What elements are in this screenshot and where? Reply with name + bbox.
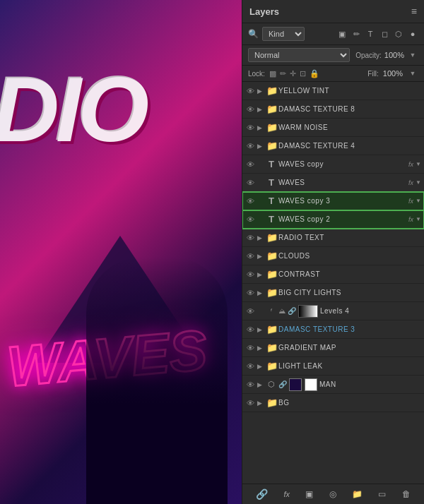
layers-list[interactable]: 👁 ▶ 📁 YELLOW TINT 👁 ▶ 📁 DAMASC TEXTURE 8… [242,82,424,484]
layer-row[interactable]: 👁 ▶ 📁 CLOUDS [242,247,424,265]
layer-row[interactable]: 👁 ▶ 📁 BG [242,394,424,412]
adjustment-icon[interactable]: ◎ [329,489,336,499]
layer-row-man[interactable]: 👁 ▶ ⬡ 🔗 MAN [242,376,424,394]
lock-transparent-icon[interactable]: ▩ [269,69,276,78]
fx-badge: fx [408,179,413,186]
blend-opacity-row: Normal Opacity: 100% ▼ [242,45,424,66]
visibility-icon[interactable]: 👁 [245,252,255,260]
fx-icon[interactable]: fx [284,490,290,498]
expand-arrow[interactable]: ▶ [257,234,264,241]
visibility-icon[interactable]: 👁 [245,234,255,242]
layer-row[interactable]: 👁 ▶ 📁 DAMASC TEXTURE 4 [242,137,424,155]
layer-row[interactable]: 👁 ▶ 📁 YELLOW TINT [242,82,424,100]
canvas-area: DIO WAVES [0,0,242,504]
folder-icon: 📁 [266,232,276,243]
lock-all-icon[interactable]: 🔒 [310,69,319,78]
expand-arrow[interactable]: ▶ [257,344,264,352]
visibility-icon[interactable]: 👁 [245,142,255,150]
expand-arrow[interactable]: ▶ [257,106,264,113]
layer-name: WAVES [278,179,406,186]
toolbar-icons: ▣ ✏ T ◻ ⬡ ● [336,28,418,40]
lock-pixels-icon[interactable]: ✏ [280,69,286,78]
new-group-icon[interactable]: 📁 [352,489,363,499]
layer-row[interactable]: 👁 ▶ 📁 DAMASC TEXTURE 3 [242,320,424,339]
blend-mode-dropdown[interactable]: Normal [248,48,350,62]
layer-name: DAMASC TEXTURE 8 [278,105,421,113]
expand-arrow: ▶ [257,179,264,186]
panel-menu-icon[interactable]: ≡ [411,6,417,17]
folder-icon: 📁 [266,269,276,280]
folder-icon: 📁 [266,251,276,261]
fill-chevron[interactable]: ▼ [407,68,418,79]
expand-arrow[interactable]: ▶ [257,124,264,131]
layer-name: LIGHT LEAK [278,362,421,370]
layer-row-levels-4[interactable]: 👁 ▶ ᶠ ⛰ 🔗 Levels 4 [242,302,424,320]
fx-chevron[interactable]: ▼ [416,161,421,167]
fill-layer-icon[interactable]: ▣ [305,489,313,499]
layer-row[interactable]: 👁 ▶ 📁 CONTRAST [242,265,424,284]
visibility-icon[interactable]: 👁 [245,197,255,205]
text-layer-icon: T [266,196,276,206]
delete-icon[interactable]: 🗑 [402,489,411,499]
lock-position-icon[interactable]: ✛ [290,69,296,78]
layer-row[interactable]: 👁 ▶ 📁 WARM NOISE [242,119,424,137]
new-layer-icon[interactable]: ▭ [378,489,386,499]
layer-row[interactable]: 👁 ▶ 📁 RADIO TEXT [242,229,424,247]
visibility-icon[interactable]: 👁 [245,362,255,371]
visibility-icon[interactable]: 👁 [245,87,255,95]
expand-arrow[interactable]: ▶ [257,400,264,407]
layer-row[interactable]: 👁 ▶ T WAVES copy fx ▼ [242,155,424,174]
layer-row[interactable]: 👁 ▶ 📁 GRADIENT MAP [242,339,424,357]
layer-row[interactable]: 👁 ▶ T WAVES fx ▼ [242,174,424,192]
layer-row[interactable]: 👁 ▶ 📁 DAMASC TEXTURE 8 [242,100,424,119]
visibility-icon[interactable]: 👁 [245,270,255,279]
opacity-chevron[interactable]: ▼ [407,49,418,61]
visibility-icon[interactable]: 👁 [245,325,255,334]
smart-filter-icon[interactable]: ⬡ [393,28,404,40]
folder-icon: 📁 [266,104,276,114]
layer-name: WAVES copy 2 [278,215,406,223]
layer-row-waves-copy-2[interactable]: 👁 ▶ T WAVES copy 2 fx ▼ [242,210,424,229]
folder-icon: 📁 [266,397,276,408]
visibility-icon[interactable]: 👁 [245,399,255,407]
kind-dropdown[interactable]: Kind [262,27,305,41]
visibility-icon[interactable]: 👁 [245,380,255,389]
visibility-icon[interactable]: 👁 [245,160,255,169]
fx-chevron[interactable]: ▼ [416,179,421,186]
fx-chevron[interactable]: ▼ [416,198,421,204]
pixel-icon[interactable]: ▣ [336,28,348,40]
expand-arrow[interactable]: ▶ [257,326,264,333]
visibility-icon[interactable]: 👁 [245,105,255,114]
expand-arrow[interactable]: ▶ [257,363,264,370]
visibility-icon[interactable]: 👁 [245,289,255,297]
text-filter-icon[interactable]: T [365,28,376,40]
visibility-icon[interactable]: 👁 [245,307,255,316]
visibility-icon[interactable]: 👁 [245,344,255,352]
folder-icon: 📁 [266,361,276,371]
layer-row-waves-copy-3[interactable]: 👁 ▶ T WAVES copy 3 fx ▼ [242,192,424,210]
folder-icon: 📁 [266,122,276,133]
expand-arrow[interactable]: ▶ [257,143,264,150]
visibility-icon[interactable]: 👁 [245,179,255,187]
lock-artboard-icon[interactable]: ⊡ [300,69,306,78]
visibility-icon[interactable]: 👁 [245,124,255,132]
shape-filter-icon[interactable]: ◻ [379,28,390,40]
layer-name: YELLOW TINT [278,87,421,95]
expand-arrow[interactable]: ▶ [257,253,264,260]
expand-arrow: ▶ [257,198,264,205]
panel-header: Layers ≡ [242,0,424,23]
fx-chevron[interactable]: ▼ [416,216,421,222]
layer-name: Levels 4 [320,307,421,315]
smart-object-icon: ⬡ [266,380,276,389]
layer-name: DAMASC TEXTURE 3 [278,325,421,333]
visibility-icon[interactable]: 👁 [245,215,255,224]
layer-row[interactable]: 👁 ▶ 📁 LIGHT LEAK [242,357,424,376]
layer-row[interactable]: 👁 ▶ 📁 BIG CITY LIGHTS [242,284,424,302]
expand-arrow[interactable]: ▶ [257,271,264,278]
link-icon[interactable]: 🔗 [256,488,268,500]
expand-arrow[interactable]: ▶ [257,88,264,95]
layers-panel: Layers ≡ 🔍 Kind ▣ ✏ T ◻ ⬡ ● Normal Opaci… [242,0,424,504]
brush-icon[interactable]: ✏ [351,28,362,40]
expand-arrow[interactable]: ▶ [257,289,264,296]
expand-arrow[interactable]: ▶ [257,381,264,388]
